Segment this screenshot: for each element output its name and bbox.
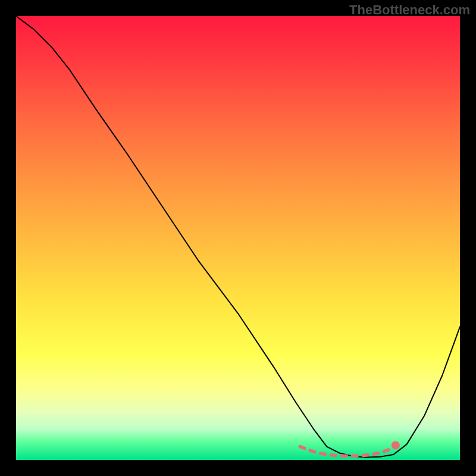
watermark-text: TheBottleneck.com: [349, 2, 470, 18]
bottleneck-curve: [16, 16, 460, 458]
plot-area: [16, 16, 460, 460]
data-point: [392, 441, 400, 449]
valley-highlight: [300, 447, 389, 456]
chart-svg: [16, 16, 460, 460]
